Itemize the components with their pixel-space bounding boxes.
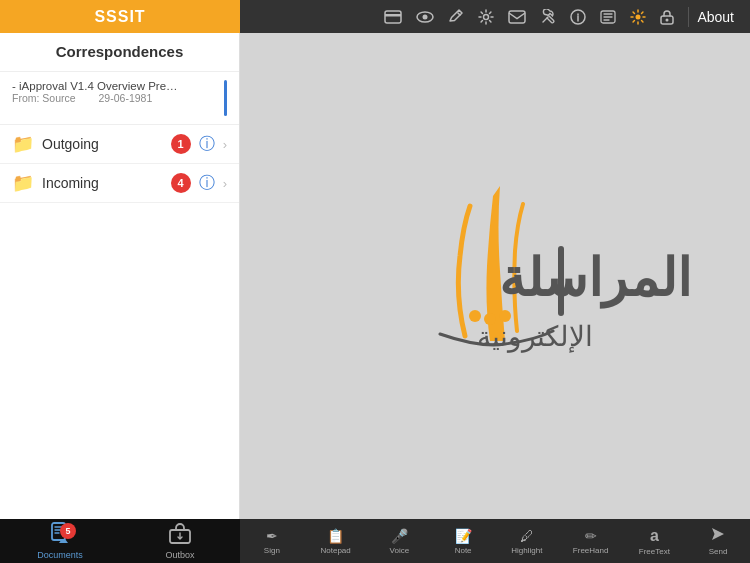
logo-arabic-text-sub: الإلكترونية	[477, 321, 593, 353]
tool-voice[interactable]: 🎤 Voice	[368, 519, 432, 563]
tab-outbox[interactable]: Outbox	[120, 519, 240, 563]
credit-card-icon[interactable]	[380, 8, 406, 26]
outgoing-info-icon[interactable]: ⓘ	[199, 134, 215, 155]
note-label: Note	[455, 546, 472, 555]
tool-highlight[interactable]: 🖊 Highlight	[495, 519, 559, 563]
svg-rect-5	[509, 11, 525, 23]
sign-label: Sign	[264, 546, 280, 555]
freetext-icon: a	[650, 527, 659, 545]
tool-sign[interactable]: ✒ Sign	[240, 519, 304, 563]
incoming-label: Incoming	[42, 175, 163, 191]
brand-logo: المراسلة الإلكترونية	[285, 166, 705, 386]
recent-item-text: - iApproval V1.4 Overview Presenta.... F…	[12, 80, 218, 104]
svg-point-3	[423, 14, 428, 19]
mail-icon[interactable]	[504, 8, 530, 26]
blue-indicator	[224, 80, 227, 116]
info-icon[interactable]	[566, 7, 590, 27]
voice-icon: 🎤	[391, 528, 408, 544]
outbox-icon	[169, 522, 191, 549]
recent-date: 29-06-1981	[99, 92, 153, 104]
notepad-label: Notepad	[321, 546, 351, 555]
folder-icon-outgoing: 📁	[12, 133, 34, 155]
recent-item-name: - iApproval V1.4 Overview Presenta....	[12, 80, 182, 92]
pencil-icon[interactable]	[444, 7, 468, 27]
tools-icon[interactable]	[536, 7, 560, 27]
freetext-label: FreeText	[639, 547, 670, 556]
tool-note[interactable]: 📝 Note	[431, 519, 495, 563]
sidebar-item-outgoing[interactable]: 📁 Outgoing 1 ⓘ ›	[0, 125, 239, 164]
eye-icon[interactable]	[412, 8, 438, 26]
tab-documents[interactable]: 5 Documents	[0, 519, 120, 563]
freehand-label: FreeHand	[573, 546, 609, 555]
svg-rect-0	[385, 11, 401, 23]
lock-icon[interactable]	[656, 7, 678, 27]
top-toolbar: About	[240, 0, 750, 33]
outgoing-chevron-icon: ›	[223, 137, 227, 152]
sidebar-title: Correspondences	[56, 43, 184, 60]
top-header: SSSIT	[0, 0, 750, 33]
recent-item[interactable]: - iApproval V1.4 Overview Presenta.... F…	[0, 72, 239, 125]
recent-from: From: Source	[12, 92, 76, 104]
about-button[interactable]: About	[688, 7, 742, 27]
svg-rect-1	[385, 14, 401, 17]
notepad-icon: 📋	[327, 528, 344, 544]
recent-item-meta: From: Source 29-06-1981	[12, 92, 218, 104]
logo-arabic-text-right: المراسلة	[499, 249, 691, 309]
main-content: المراسلة الإلكترونية	[240, 33, 750, 519]
bottom-bar: 5 Documents Outbox ✒ Sign 📋 Notepad 🎤	[0, 519, 750, 563]
bottom-right-tools: ✒ Sign 📋 Notepad 🎤 Voice 📝 Note 🖊 Highli…	[240, 519, 750, 563]
incoming-chevron-icon: ›	[223, 176, 227, 191]
svg-point-8	[636, 14, 641, 19]
sidebar-header: Correspondences	[0, 33, 239, 72]
tool-notepad[interactable]: 📋 Notepad	[304, 519, 368, 563]
outgoing-badge: 1	[171, 134, 191, 154]
tool-send[interactable]: Send	[686, 519, 750, 563]
highlight-icon: 🖊	[520, 528, 534, 544]
folder-icon-incoming: 📁	[12, 172, 34, 194]
sign-icon: ✒	[266, 528, 278, 544]
logo-area: المراسلة الإلكترونية	[285, 166, 705, 386]
logo-vertical-bar	[558, 246, 564, 316]
sidebar: Correspondences - iApproval V1.4 Overvie…	[0, 33, 240, 519]
gear-icon[interactable]	[626, 7, 650, 27]
svg-point-10	[666, 18, 669, 21]
documents-label: Documents	[37, 550, 83, 560]
send-icon	[710, 526, 726, 545]
app-title-area: SSSIT	[0, 0, 240, 33]
voice-label: Voice	[390, 546, 410, 555]
outbox-label: Outbox	[165, 550, 194, 560]
app-title: SSSIT	[94, 8, 145, 26]
highlight-label: Highlight	[511, 546, 542, 555]
svg-point-4	[484, 14, 489, 19]
bottom-left-tabs: 5 Documents Outbox	[0, 519, 240, 563]
tool-freetext[interactable]: a FreeText	[623, 519, 687, 563]
settings-icon[interactable]	[474, 7, 498, 27]
note-icon: 📝	[455, 528, 472, 544]
freehand-icon: ✏	[585, 528, 597, 544]
outgoing-label: Outgoing	[42, 136, 163, 152]
list-icon[interactable]	[596, 8, 620, 26]
send-label: Send	[709, 547, 728, 556]
incoming-badge: 4	[171, 173, 191, 193]
documents-badge: 5	[60, 523, 76, 539]
tool-freehand[interactable]: ✏ FreeHand	[559, 519, 623, 563]
incoming-info-icon[interactable]: ⓘ	[199, 173, 215, 194]
sidebar-item-incoming[interactable]: 📁 Incoming 4 ⓘ ›	[0, 164, 239, 203]
main-body: Correspondences - iApproval V1.4 Overvie…	[0, 33, 750, 519]
